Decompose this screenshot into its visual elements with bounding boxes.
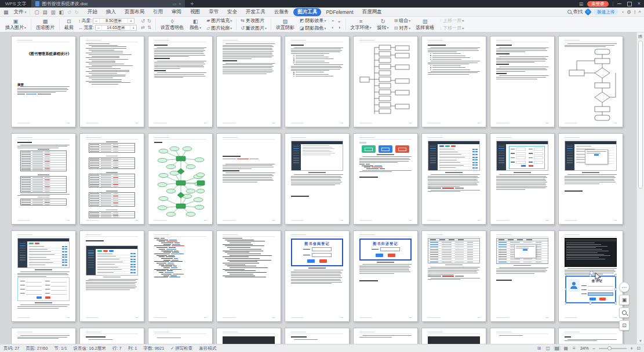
menu-tab-百度网盘[interactable]: 百度网盘: [358, 8, 386, 16]
status-列: 1[interactable]: 列: 1: [128, 346, 137, 351]
submit-button[interactable]: [307, 259, 315, 263]
page-thumbnail-1[interactable]: 《图书管理系统课程设计》摘要: [11, 36, 76, 127]
scrollbar-thumb[interactable]: [638, 41, 643, 189]
ribbon-button-文字环绕[interactable]: ≡文字环绕: [348, 17, 374, 32]
menu-tab-安全[interactable]: 安全: [223, 8, 241, 16]
print-icon[interactable]: ▥: [51, 9, 56, 15]
menu-tab-图片工具[interactable]: 图片工具: [293, 8, 321, 16]
page-thumbnail-2[interactable]: [79, 36, 144, 127]
outline-view-icon[interactable]: ≡: [572, 346, 577, 351]
ribbon-button-压缩图片[interactable]: ▦压缩图片: [33, 17, 57, 32]
selection-handle[interactable]: [614, 274, 617, 277]
selected-picture[interactable]: 借书证: [565, 276, 616, 303]
cloud-sync-icon[interactable]: ↑: [584, 8, 592, 16]
page-thumbnail-17[interactable]: [490, 133, 555, 225]
page-thumbnail-20[interactable]: [79, 230, 144, 322]
field-input[interactable]: [26, 284, 42, 287]
crop-picture-button[interactable]: ⊡: [619, 320, 630, 331]
shadow-nudge-up-icon[interactable]: ◓: [330, 18, 336, 24]
ribbon-button-更改图片[interactable]: ⇆更改图片: [241, 17, 267, 24]
menu-tab-视图[interactable]: 视图: [186, 8, 204, 16]
page-thumbnail-8[interactable]: [490, 36, 555, 127]
page-thumbnail-12[interactable]: [148, 133, 213, 225]
field-input[interactable]: [51, 292, 67, 295]
confirm-button[interactable]: [37, 296, 42, 299]
spinner-decrease[interactable]: −: [93, 19, 100, 24]
web-layout-icon[interactable]: ▦: [563, 346, 570, 351]
page-thumbnail-24[interactable]: 图书归还登记: [353, 230, 418, 322]
page-thumbnail-36[interactable]: [558, 328, 623, 344]
zoom-out-button[interactable]: −: [592, 346, 595, 351]
ribbon-button-图片填充[interactable]: ▰图片填充: [206, 17, 232, 24]
page-thumbnail-25[interactable]: [421, 230, 486, 322]
document-tab[interactable]: 图书管理系统课设.doc ▭ ×: [31, 0, 185, 8]
print-preview-icon[interactable]: ◧: [59, 9, 64, 15]
flip-horizontal-icon[interactable]: ⇄: [140, 24, 146, 31]
history-icon[interactable]: ◔: [621, 9, 624, 15]
page-thumbnail-27[interactable]: 借书证: [558, 230, 623, 322]
spinner-increase[interactable]: +: [128, 19, 134, 24]
page-thumbnail-26[interactable]: [490, 230, 555, 322]
ribbon-button-图片轮廓[interactable]: ▱图片轮廓: [206, 25, 232, 31]
status-兼容模式[interactable]: 兼容模式: [199, 346, 216, 351]
collapse-ribbon-icon[interactable]: ˄: [638, 9, 641, 14]
menu-tab-引用[interactable]: 引用: [149, 8, 167, 16]
status-字数: 9621[interactable]: 字数: 9621: [144, 346, 165, 351]
spinner-field[interactable]: −14.65厘米+: [95, 25, 137, 31]
field-input[interactable]: [312, 247, 332, 251]
page-thumbnail-31[interactable]: [216, 328, 281, 344]
shadow-nudge-right-icon[interactable]: ◑: [336, 24, 343, 31]
reset-button[interactable]: [319, 259, 327, 263]
menu-tab-审阅[interactable]: 审阅: [168, 8, 185, 16]
page-thumbnail-7[interactable]: [421, 36, 486, 127]
page-thumbnail-35[interactable]: [490, 328, 555, 344]
close-button[interactable]: ×: [638, 1, 641, 6]
status-设置值: 16.2厘米[interactable]: 设置值: 16.2厘米: [74, 346, 106, 351]
close-tab-icon[interactable]: ×: [179, 2, 181, 6]
zoom-in-button[interactable]: +: [630, 346, 633, 351]
page-thumbnail-6[interactable]: [353, 36, 418, 127]
page-thumbnail-21[interactable]: [148, 230, 213, 322]
status-节: 1/1[interactable]: 节: 1/1: [54, 346, 67, 351]
fast-upload-badge[interactable]: 极速上传: [594, 9, 618, 15]
page-thumbnail-19[interactable]: [11, 230, 76, 322]
new-tab-button[interactable]: +: [190, 1, 194, 7]
field-input[interactable]: [312, 253, 332, 257]
fullscreen-view-icon[interactable]: ⊞: [536, 346, 543, 351]
ribbon-button-旋转[interactable]: ↻旋转: [374, 17, 392, 32]
page-thumbnail-16[interactable]: [421, 133, 486, 225]
page-thumbnail-9[interactable]: [558, 36, 623, 127]
field-input[interactable]: [26, 288, 42, 291]
reset-button[interactable]: [388, 254, 395, 257]
ribbon-button-上移一层[interactable]: ↑上移一层: [439, 17, 464, 24]
ribbon-button-组合[interactable]: ⊞组合: [394, 17, 411, 24]
zoom-slider-thumb[interactable]: [607, 346, 612, 350]
pin-tab-icon[interactable]: ▭: [173, 2, 177, 6]
page-thumbnail-5[interactable]: [285, 36, 350, 127]
menu-tab-开发工具[interactable]: 开发工具: [242, 8, 270, 16]
page-thumbnail-28[interactable]: [11, 328, 76, 344]
page-thumbnail-14[interactable]: [285, 133, 350, 225]
menu-tab-页面布局[interactable]: 页面布局: [121, 8, 148, 16]
document-canvas[interactable]: ▤ ▲ ▼ ⋯ ▣ ⊡ 《图书管理系统课程设计》摘要图书借阅登记图书归还登记借书…: [0, 32, 644, 344]
page-thumbnail-3[interactable]: [148, 36, 213, 127]
field-input[interactable]: [380, 247, 400, 251]
menu-tab-云服务[interactable]: 云服务: [270, 8, 293, 16]
menu-tab-开始[interactable]: 开始: [83, 8, 101, 16]
menu-tab-插入[interactable]: 插入: [102, 8, 120, 16]
apps-grid-icon[interactable]: ⊞: [579, 1, 584, 7]
page-thumbnail-29[interactable]: [79, 328, 144, 344]
flip-vertical-icon[interactable]: ⇅: [146, 24, 152, 31]
vertical-scrollbar[interactable]: ▲ ▼: [636, 32, 644, 344]
settings-gear-icon[interactable]: ⚙: [627, 9, 631, 15]
ribbon-button-设置阴影[interactable]: ▨设置阴影: [273, 17, 297, 32]
ribbon-button-裁剪[interactable]: ⊡裁剪: [61, 17, 77, 32]
spinner-increase[interactable]: +: [130, 25, 136, 31]
redo-icon[interactable]: ↻: [75, 9, 79, 15]
page-thumbnail-34[interactable]: [421, 328, 486, 344]
zoom-percent[interactable]: 34%: [580, 346, 589, 351]
find-button[interactable]: 查找: [567, 9, 583, 16]
ribbon-button-颜色[interactable]: ◧颜色: [187, 17, 204, 32]
page-thumbnail-22[interactable]: [216, 230, 281, 322]
status-页码: 27[interactable]: 页码: 27: [3, 346, 20, 351]
